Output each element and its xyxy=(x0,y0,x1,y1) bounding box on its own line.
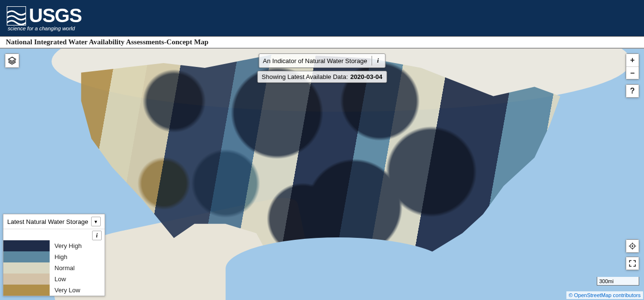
page-title: National Integrated Water Availability A… xyxy=(6,38,208,46)
locate-control[interactable] xyxy=(626,239,639,253)
legend-item: Low xyxy=(3,274,105,285)
legend-panel: Latest Natural Water Storage ▾ i Very Hi… xyxy=(3,214,105,296)
date-row: Showing Latest Available Data: 2020-03-0… xyxy=(257,71,387,83)
indicator-label: An Indicator of Natural Water Storage xyxy=(263,57,367,65)
date-value: 2020-03-04 xyxy=(350,73,383,80)
legend-swatch xyxy=(3,262,50,274)
zoom-control: + − xyxy=(626,53,639,79)
legend-items: Very HighHighNormalLowVery Low xyxy=(3,240,105,296)
locate-icon[interactable] xyxy=(626,240,639,252)
legend-label: Very Low xyxy=(50,287,80,294)
usgs-wave-icon xyxy=(7,6,26,26)
usgs-wordmark: USGS xyxy=(29,5,81,26)
legend-label: Normal xyxy=(50,264,75,272)
indicator-info-button[interactable]: i xyxy=(372,56,381,65)
usgs-logo[interactable]: USGS science for a changing world xyxy=(7,5,81,31)
legend-label: Very High xyxy=(50,242,81,249)
legend-collapse-button[interactable]: ▾ xyxy=(91,217,101,226)
legend-item: Very Low xyxy=(3,285,105,296)
scale-bar: 300mi xyxy=(597,277,639,286)
legend-swatch xyxy=(3,285,50,296)
map-info-panel: An Indicator of Natural Water Storage i … xyxy=(257,53,387,83)
fullscreen-icon[interactable] xyxy=(626,257,639,270)
usgs-tagline: science for a changing world xyxy=(8,26,81,31)
indicator-label-row: An Indicator of Natural Water Storage i xyxy=(258,53,385,68)
svg-point-2 xyxy=(631,245,633,247)
layers-control[interactable] xyxy=(5,53,19,68)
map-attribution[interactable]: © OpenStreetMap contributors xyxy=(566,291,643,299)
legend-label: Low xyxy=(50,275,66,283)
legend-swatch xyxy=(3,240,50,251)
zoom-in-button[interactable]: + xyxy=(626,54,639,66)
map-canvas[interactable]: An Indicator of Natural Water Storage i … xyxy=(0,48,644,300)
layers-icon[interactable] xyxy=(5,54,19,67)
attribution-text: © OpenStreetMap contributors xyxy=(569,292,641,298)
zoom-out-button[interactable]: − xyxy=(626,66,639,79)
help-control[interactable]: ? xyxy=(626,84,639,98)
legend-swatch xyxy=(3,251,50,262)
legend-title: Latest Natural Water Storage xyxy=(7,218,88,225)
fullscreen-control[interactable] xyxy=(626,257,639,270)
legend-item: High xyxy=(3,251,105,262)
scale-label: 300mi xyxy=(599,278,614,284)
legend-label: High xyxy=(50,253,67,261)
help-button[interactable]: ? xyxy=(626,85,639,97)
legend-info-button[interactable]: i xyxy=(92,231,102,240)
basemap-water xyxy=(226,237,451,300)
legend-swatch xyxy=(3,274,50,285)
site-header: USGS science for a changing world xyxy=(0,0,644,37)
page-title-bar: National Integrated Water Availability A… xyxy=(0,37,644,48)
legend-item: Normal xyxy=(3,262,105,274)
legend-item: Very High xyxy=(3,240,105,251)
legend-header: Latest Natural Water Storage ▾ xyxy=(3,214,105,229)
date-prefix: Showing Latest Available Data: xyxy=(262,73,348,80)
